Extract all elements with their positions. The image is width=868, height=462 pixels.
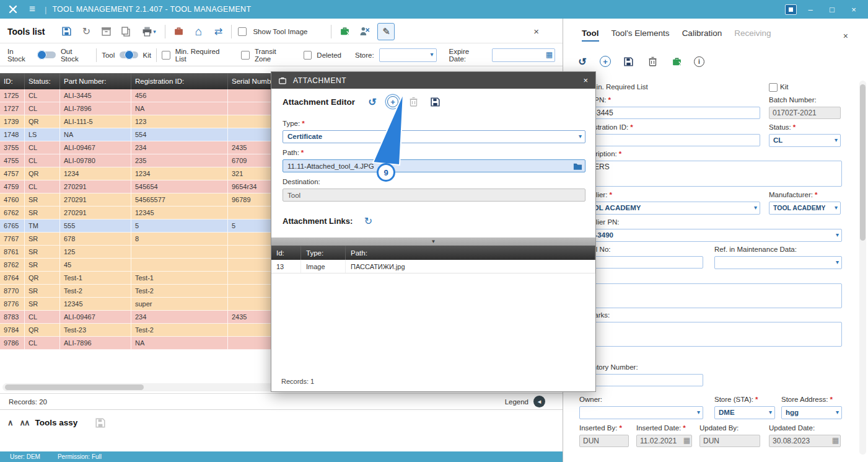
- cell-status[interactable]: CL: [25, 154, 60, 167]
- kit-attachment-icon[interactable]: [338, 25, 351, 38]
- path-input[interactable]: 11.11-Attached_tool_4.JPG: [283, 159, 585, 172]
- cell-part-number[interactable]: 555: [60, 220, 131, 233]
- deleted-checkbox[interactable]: [304, 51, 312, 60]
- restore-button[interactable]: □: [824, 2, 840, 17]
- refresh-icon[interactable]: ↻: [79, 25, 93, 38]
- cell-part-number[interactable]: ALI-09467: [60, 311, 131, 324]
- cell-registration-id[interactable]: [131, 246, 228, 259]
- undo-icon[interactable]: ↺: [576, 55, 589, 68]
- links-column-type[interactable]: Type:: [301, 246, 346, 260]
- links-table-row[interactable]: 13 Image ПАССАТИЖИ.jpg: [271, 260, 595, 273]
- attachment-dialog-close-button[interactable]: ×: [583, 76, 588, 85]
- export-icon[interactable]: [670, 55, 683, 68]
- store-sta-select[interactable]: DME▾: [714, 406, 775, 419]
- panel-scrollbar-thumb[interactable]: [860, 84, 866, 241]
- type-select[interactable]: Certificate▾: [283, 130, 585, 143]
- cell-status[interactable]: LS: [25, 128, 60, 141]
- info-icon[interactable]: i: [694, 56, 704, 67]
- store-address-select[interactable]: hgg▾: [781, 406, 842, 419]
- panel-save-icon[interactable]: [621, 55, 635, 68]
- cell-part-number[interactable]: 270291: [60, 180, 131, 193]
- cell-id[interactable]: 9786: [0, 337, 25, 350]
- cell-id[interactable]: 8762: [0, 259, 25, 272]
- cell-part-number[interactable]: NA: [60, 128, 131, 141]
- transfer-icon[interactable]: ⇄: [211, 25, 225, 38]
- save-icon[interactable]: [59, 25, 73, 38]
- cell-part-number[interactable]: ALI-111-5: [60, 115, 131, 128]
- attachments-icon[interactable]: [172, 25, 185, 38]
- links-column-id[interactable]: Id:: [271, 246, 301, 260]
- panel-tab[interactable]: Tool: [582, 29, 599, 42]
- cell-status[interactable]: SR: [25, 298, 60, 311]
- cell-registration-id[interactable]: 554: [131, 128, 228, 141]
- assy-save-icon[interactable]: [94, 416, 107, 430]
- cell-status[interactable]: SR: [25, 285, 60, 298]
- manufacturer-select[interactable]: TOOL ACADEMY▾: [769, 202, 841, 215]
- cell-id[interactable]: 4759: [0, 180, 25, 193]
- cell-id[interactable]: 9784: [0, 324, 25, 337]
- column-header-id[interactable]: ID:: [0, 73, 25, 89]
- cell-id[interactable]: 8764: [0, 272, 25, 285]
- panel-close-button[interactable]: ×: [843, 31, 848, 41]
- cell-status[interactable]: QR: [25, 115, 60, 128]
- panel-tab[interactable]: Tool's Elements: [612, 29, 670, 42]
- cell-registration-id[interactable]: NA: [131, 102, 228, 115]
- registration-id-input[interactable]: [579, 134, 760, 146]
- panel-tab[interactable]: Receiving: [734, 29, 771, 42]
- cell-id[interactable]: 7767: [0, 233, 25, 246]
- column-header-registration-id[interactable]: Registration ID:: [131, 73, 228, 89]
- show-tool-image-checkbox[interactable]: [238, 27, 247, 36]
- cell-part-number[interactable]: 125: [60, 246, 131, 259]
- cell-registration-id[interactable]: 456: [131, 89, 228, 102]
- cell-part-number[interactable]: Test-23: [60, 324, 131, 337]
- description-textarea[interactable]: PLIERS: [579, 161, 842, 187]
- cell-id[interactable]: 8776: [0, 298, 25, 311]
- archive-icon[interactable]: [99, 25, 113, 38]
- cell-registration-id[interactable]: 234: [131, 141, 228, 154]
- legend-icon[interactable]: ◂: [533, 396, 545, 407]
- stock-toggle[interactable]: [38, 51, 56, 58]
- cell-id[interactable]: 3755: [0, 141, 25, 154]
- expand-all-icon[interactable]: ∧∧: [20, 420, 29, 425]
- cell-registration-id[interactable]: Test-2: [131, 285, 228, 298]
- cell-registration-id[interactable]: 54565577: [131, 193, 228, 207]
- cell-registration-id[interactable]: 545654: [131, 180, 228, 193]
- cell-registration-id[interactable]: 235: [131, 154, 228, 167]
- tool-operations-icon[interactable]: [357, 25, 371, 38]
- cell-id[interactable]: 4755: [0, 154, 25, 167]
- owner-select[interactable]: ▾: [579, 406, 703, 419]
- close-window-button[interactable]: ×: [846, 2, 862, 17]
- cell-id[interactable]: 1727: [0, 102, 25, 115]
- edit-button[interactable]: ✎: [377, 23, 395, 40]
- cell-id[interactable]: 1725: [0, 89, 25, 102]
- cell-part-number[interactable]: ALI-3445: [60, 89, 131, 102]
- cell-status[interactable]: SR: [25, 259, 60, 272]
- cell-registration-id[interactable]: 1234: [131, 167, 228, 180]
- cell-part-number[interactable]: 678: [60, 233, 131, 246]
- cell-status[interactable]: TM: [25, 220, 60, 233]
- cell-part-number[interactable]: 270291: [60, 193, 131, 207]
- cell-registration-id[interactable]: 8: [131, 233, 228, 246]
- cell-id[interactable]: 4757: [0, 167, 25, 180]
- cell-status[interactable]: CL: [25, 311, 60, 324]
- note-textarea[interactable]: [579, 283, 842, 308]
- browse-folder-icon[interactable]: [572, 161, 583, 172]
- tools-list-close-button[interactable]: ×: [533, 26, 539, 37]
- panel-kit-checkbox[interactable]: [769, 83, 778, 92]
- cell-status[interactable]: SR: [25, 246, 60, 259]
- link-cell-path[interactable]: ПАССАТИЖИ.jpg: [346, 260, 595, 273]
- cell-status[interactable]: QR: [25, 324, 60, 337]
- panel-delete-icon[interactable]: [646, 55, 659, 68]
- cell-part-number[interactable]: ALI-7896: [60, 337, 131, 350]
- links-refresh-icon[interactable]: ↻: [361, 214, 375, 228]
- supplier-select[interactable]: TOOL ACADEMY▾: [579, 202, 760, 215]
- add-icon[interactable]: +: [600, 56, 611, 67]
- store-select[interactable]: ▾: [379, 48, 437, 62]
- panel-scrollbar[interactable]: [859, 81, 866, 455]
- ref-maintenance-select[interactable]: ▾: [714, 256, 842, 269]
- cell-id[interactable]: 6762: [0, 207, 25, 220]
- tool-kit-toggle[interactable]: [120, 51, 138, 58]
- scrollbar-thumb[interactable]: [5, 384, 144, 390]
- link-cell-id[interactable]: 13: [271, 260, 301, 273]
- cell-status[interactable]: SR: [25, 207, 60, 220]
